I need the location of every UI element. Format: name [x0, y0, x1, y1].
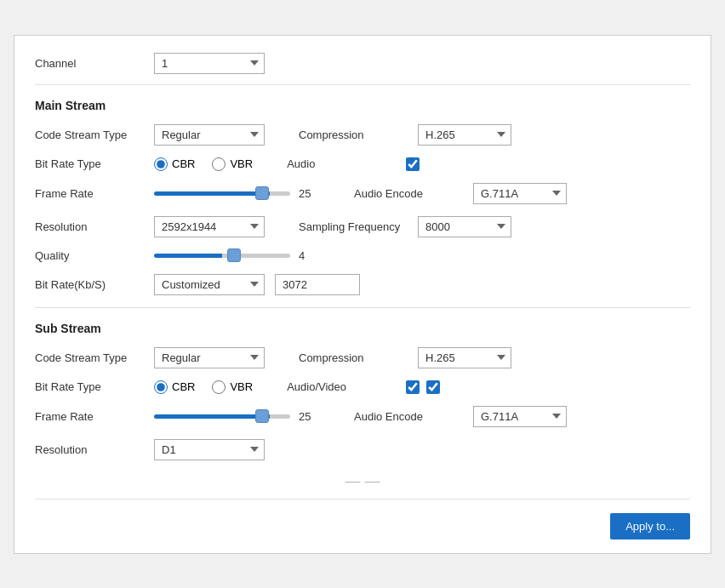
sub-frame-rate-value: 25 [299, 410, 320, 423]
main-vbr-radio-label[interactable]: VBR [212, 157, 253, 171]
main-audio-encode-select[interactable]: G.711A G.711U AAC [473, 183, 567, 204]
sub-video-checkbox[interactable] [426, 380, 440, 394]
main-sampling-select[interactable]: 8000 16000 32000 [418, 216, 511, 237]
sub-frame-rate-label: Frame Rate [35, 410, 154, 423]
main-sampling-label: Sampling Frequency [299, 220, 418, 233]
main-quality-slider[interactable] [154, 254, 290, 258]
sub-audio-video-label: Audio/Video [287, 380, 406, 393]
main-bit-rate-input[interactable] [275, 274, 360, 295]
bottom-bar: Apply to... [35, 499, 690, 539]
channel-row: Channel 1 [35, 53, 690, 74]
main-bit-rate-select[interactable]: Customized 512 1024 2048 [154, 274, 265, 295]
main-bit-rate-radio-group: CBR VBR [154, 157, 253, 171]
sub-audio-encode-select[interactable]: G.711A G.711U AAC [473, 406, 567, 427]
main-cbr-radio[interactable] [154, 157, 168, 171]
sub-audio-video-checkboxes [406, 380, 440, 394]
sub-cbr-radio-label[interactable]: CBR [154, 380, 195, 394]
sub-bit-rate-type-label: Bit Rate Type [35, 380, 154, 393]
main-frame-rate-value: 25 [299, 187, 320, 200]
main-resolution-label: Resolution [35, 220, 154, 233]
main-bit-rate-row: Bit Rate(Kb/S) Customized 512 1024 2048 [35, 274, 690, 295]
main-vbr-radio[interactable] [212, 157, 225, 171]
sub-bit-rate-radio-group: CBR VBR [154, 380, 253, 394]
main-compression-label: Compression [299, 128, 418, 141]
channel-label: Channel [35, 57, 154, 70]
main-frame-rate-label: Frame Rate [35, 187, 154, 200]
sub-vbr-label: VBR [230, 380, 253, 393]
sub-code-stream-row: Code Stream Type Regular Advanced Compre… [35, 347, 690, 368]
main-quality-slider-container: 4 [154, 249, 320, 262]
main-bit-rate-type-label: Bit Rate Type [35, 157, 154, 170]
main-code-stream-row: Code Stream Type Regular Advanced Compre… [35, 124, 690, 146]
main-resolution-select[interactable]: 2592x1944 1920x1080 1280x720 [154, 216, 265, 237]
sub-audio-checkbox[interactable] [406, 380, 420, 394]
main-code-stream-select[interactable]: Regular Advanced [154, 124, 265, 146]
main-bit-rate-label: Bit Rate(Kb/S) [35, 278, 154, 291]
sub-code-stream-select[interactable]: Regular Advanced [154, 347, 265, 368]
main-resolution-row: Resolution 2592x1944 1920x1080 1280x720 … [35, 216, 690, 237]
main-code-stream-label: Code Stream Type [35, 128, 154, 141]
sub-frame-rate-row: Frame Rate 25 Audio Encode G.711A G.711U… [35, 406, 690, 427]
sub-frame-rate-slider[interactable] [154, 414, 290, 419]
main-cbr-label: CBR [172, 157, 195, 170]
sub-audio-encode-label: Audio Encode [354, 410, 473, 423]
divider-1 [35, 84, 690, 85]
main-frame-rate-slider[interactable] [154, 191, 290, 196]
sub-stream-title: Sub Stream [35, 322, 690, 335]
sub-code-stream-label: Code Stream Type [35, 351, 154, 364]
main-vbr-label: VBR [230, 157, 253, 170]
main-audio-checkbox-container [406, 157, 420, 171]
main-quality-row: Quality 4 [35, 249, 690, 262]
main-audio-checkbox[interactable] [406, 157, 420, 171]
main-audio-label: Audio [287, 157, 406, 170]
main-cbr-radio-label[interactable]: CBR [154, 157, 195, 171]
scroll-dots: — — [345, 472, 380, 490]
main-compression-select[interactable]: H.265 H.264 [418, 124, 511, 146]
main-quality-value: 4 [299, 249, 320, 262]
sub-vbr-radio[interactable] [212, 380, 225, 394]
settings-panel: Channel 1 Main Stream Code Stream Type R… [14, 35, 711, 554]
sub-resolution-select[interactable]: D1 CIF QCIF [154, 439, 265, 460]
main-stream-title: Main Stream [35, 99, 690, 112]
main-audio-encode-label: Audio Encode [354, 187, 473, 200]
main-frame-rate-row: Frame Rate 25 Audio Encode G.711A G.711U… [35, 183, 690, 204]
sub-cbr-label: CBR [172, 380, 195, 393]
sub-bit-rate-type-row: Bit Rate Type CBR VBR Audio/Video [35, 380, 690, 394]
sub-vbr-radio-label[interactable]: VBR [212, 380, 253, 394]
channel-select[interactable]: 1 [154, 53, 265, 74]
apply-to-button[interactable]: Apply to... [610, 513, 690, 539]
main-frame-rate-slider-container: 25 [154, 187, 320, 200]
divider-2 [35, 307, 690, 308]
sub-resolution-label: Resolution [35, 443, 154, 456]
sub-cbr-radio[interactable] [154, 380, 168, 394]
sub-resolution-row: Resolution D1 CIF QCIF [35, 439, 690, 460]
sub-compression-select[interactable]: H.265 H.264 [418, 347, 511, 368]
sub-compression-label: Compression [299, 351, 418, 364]
scroll-indicator: — — [35, 472, 690, 490]
main-quality-label: Quality [35, 249, 154, 262]
sub-frame-rate-slider-container: 25 [154, 410, 320, 423]
main-bit-rate-type-row: Bit Rate Type CBR VBR Audio [35, 157, 690, 171]
